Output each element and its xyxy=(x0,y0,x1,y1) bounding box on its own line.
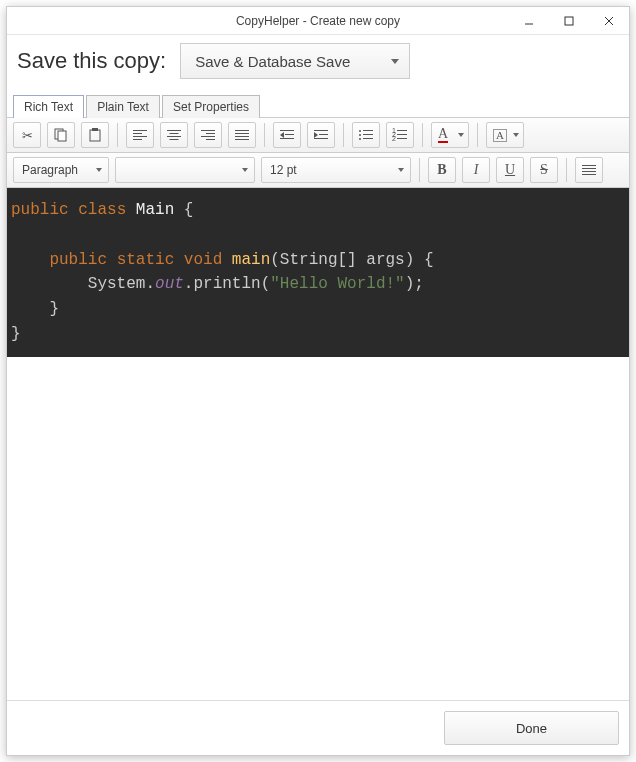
chevron-down-icon xyxy=(391,59,399,64)
indent-button[interactable] xyxy=(307,122,335,148)
bullet-list-button[interactable] xyxy=(352,122,380,148)
font-color-button[interactable]: A xyxy=(431,122,469,148)
toolbar-separator xyxy=(117,123,118,147)
paragraph-style-value: Paragraph xyxy=(22,163,78,177)
align-left-icon xyxy=(133,130,147,140)
header: Save this copy: Save & Database Save xyxy=(7,35,629,89)
window: CopyHelper - Create new copy Save this c… xyxy=(6,6,630,756)
font-size-value: 12 pt xyxy=(270,163,297,177)
indent-icon xyxy=(314,130,328,140)
bullet-list-icon xyxy=(359,130,373,140)
highlight-icon: A xyxy=(493,129,507,142)
save-mode-value: Save & Database Save xyxy=(195,53,350,70)
toolbar-formatting-2: Paragraph 12 pt B I U S xyxy=(7,153,629,188)
number-list-icon xyxy=(393,130,407,140)
cut-button[interactable]: ✂ xyxy=(13,122,41,148)
toolbar-separator xyxy=(264,123,265,147)
code-block: public class Main { public static void m… xyxy=(7,188,629,357)
align-justify-icon xyxy=(235,130,249,140)
toolbar-separator xyxy=(422,123,423,147)
justify-button-2[interactable] xyxy=(575,157,603,183)
strike-icon: S xyxy=(540,163,548,177)
paragraph-style-select[interactable]: Paragraph xyxy=(13,157,109,183)
header-label: Save this copy: xyxy=(17,48,166,74)
svg-rect-7 xyxy=(92,128,98,131)
copy-icon xyxy=(54,128,68,142)
font-family-select[interactable] xyxy=(115,157,255,183)
done-button[interactable]: Done xyxy=(444,711,619,745)
highlight-button[interactable]: A xyxy=(486,122,524,148)
underline-button[interactable]: U xyxy=(496,157,524,183)
paste-button[interactable] xyxy=(81,122,109,148)
copy-button[interactable] xyxy=(47,122,75,148)
tab-plain-text[interactable]: Plain Text xyxy=(86,95,160,118)
number-list-button[interactable] xyxy=(386,122,414,148)
cut-icon: ✂ xyxy=(22,128,33,143)
toolbar-separator xyxy=(419,158,420,182)
tab-set-properties[interactable]: Set Properties xyxy=(162,95,260,118)
align-justify-button[interactable] xyxy=(228,122,256,148)
strike-button[interactable]: S xyxy=(530,157,558,183)
toolbar-separator xyxy=(477,123,478,147)
titlebar: CopyHelper - Create new copy xyxy=(7,7,629,35)
align-center-button[interactable] xyxy=(160,122,188,148)
tab-bar: Rich Text Plain Text Set Properties xyxy=(7,91,629,117)
chevron-down-icon xyxy=(513,133,519,137)
font-color-icon: A xyxy=(438,127,448,143)
italic-button[interactable]: I xyxy=(462,157,490,183)
tab-rich-text[interactable]: Rich Text xyxy=(13,95,84,118)
chevron-down-icon xyxy=(242,168,248,172)
align-center-icon xyxy=(167,130,181,140)
paste-icon xyxy=(88,128,102,142)
align-left-button[interactable] xyxy=(126,122,154,148)
align-justify-icon xyxy=(582,165,596,175)
window-title: CopyHelper - Create new copy xyxy=(7,14,629,28)
bold-icon: B xyxy=(437,163,446,177)
chevron-down-icon xyxy=(398,168,404,172)
italic-icon: I xyxy=(474,163,479,177)
outdent-button[interactable] xyxy=(273,122,301,148)
editor-area[interactable]: public class Main { public static void m… xyxy=(7,188,629,700)
font-size-select[interactable]: 12 pt xyxy=(261,157,411,183)
save-mode-dropdown[interactable]: Save & Database Save xyxy=(180,43,410,79)
outdent-icon xyxy=(280,130,294,140)
toolbar-separator xyxy=(566,158,567,182)
toolbar-formatting-1: ✂ A A xyxy=(7,117,629,153)
chevron-down-icon xyxy=(96,168,102,172)
chevron-down-icon xyxy=(458,133,464,137)
svg-rect-6 xyxy=(90,130,100,141)
footer: Done xyxy=(7,700,629,755)
bold-button[interactable]: B xyxy=(428,157,456,183)
align-right-icon xyxy=(201,130,215,140)
align-right-button[interactable] xyxy=(194,122,222,148)
svg-rect-5 xyxy=(58,131,66,141)
underline-icon: U xyxy=(505,163,515,177)
toolbar-separator xyxy=(343,123,344,147)
